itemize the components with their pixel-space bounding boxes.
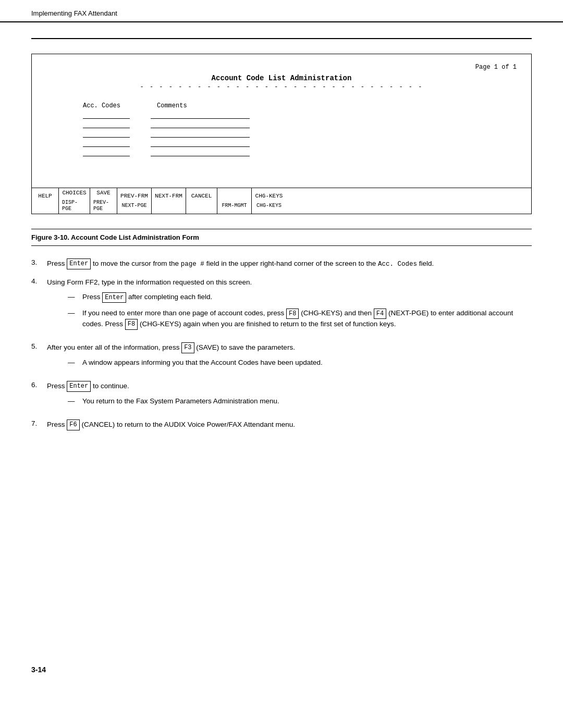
page-hash-code: page #: [181, 261, 204, 268]
step-6: 6. Press Enter to continue. — You return…: [31, 381, 532, 412]
step-7: 7. Press F6 (CANCEL) to return to the AU…: [31, 419, 532, 430]
step-4: 4. Using Form FF2, type in the informati…: [31, 277, 532, 336]
col-comments-label: Comments: [157, 102, 187, 109]
comment-field-2: [151, 123, 250, 128]
fkey-bar: HELP CHOICES DISP-PGE SAVE PREV-PGE PREV…: [32, 188, 531, 214]
acc-codes-fields: [83, 114, 130, 156]
acc-field-1: [83, 114, 130, 119]
comments-fields: [151, 114, 250, 156]
step-5: 5. After you enter all of the informatio…: [31, 342, 532, 374]
fkey-choices-bottom: DISP-PGE: [59, 198, 90, 214]
f4-key-1: F4: [374, 309, 386, 319]
acc-field-5: [83, 151, 130, 156]
acc-codes-code: Acc. Codes: [378, 261, 417, 268]
figure-caption: Figure 3-10. Account Code List Administr…: [31, 229, 532, 246]
enter-key-2: Enter: [102, 292, 126, 303]
bullet-4-1: — Press Enter after completing each fiel…: [68, 292, 532, 303]
fkey-frm-mgmt-label: FRM-MGMT: [218, 201, 250, 211]
acc-field-4: [83, 142, 130, 147]
fkey-save[interactable]: SAVE PREV-PGE: [90, 188, 117, 214]
page-header: Implementing FAX Attendant: [0, 0, 563, 22]
step-3: 3. Press Enter to move the cursor from t…: [31, 258, 532, 269]
screen-page-num: Page 1 of 1: [46, 64, 517, 71]
acc-field-3: [83, 132, 130, 138]
f3-key-1: F3: [181, 342, 194, 353]
screen-title: Account Code List Administration: [46, 74, 517, 82]
comment-field-4: [151, 142, 250, 147]
fkey-frm-mgmt[interactable]: FRM-MGMT: [217, 188, 252, 214]
comment-field-5: [151, 151, 250, 156]
acc-field-2: [83, 123, 130, 128]
col-acc-label: Acc. Codes: [83, 102, 120, 109]
comment-field-3: [151, 132, 250, 138]
comment-field-1: [151, 114, 250, 119]
top-rule: [31, 38, 532, 39]
f6-key-1: F6: [67, 419, 79, 430]
fkey-prev-frm[interactable]: PREV-FRM NEXT-PGE: [117, 188, 152, 214]
fkey-chg-keys-bottom: CHG-KEYS: [253, 201, 285, 211]
header-title: Implementing FAX Attendant: [31, 9, 532, 21]
fkey-save-bottom: PREV-PGE: [90, 198, 117, 214]
fkey-prev-frm-top: PREV-FRM: [117, 191, 151, 201]
bullet-5-1: — A window appears informing you that th…: [68, 357, 532, 368]
fkey-chg-keys[interactable]: CHG-KEYS CHG-KEYS: [252, 188, 286, 214]
fkey-choices-top: CHOICES: [59, 188, 89, 198]
screen-title-underline: - - - - - - - - - - - - - - - - - - - - …: [46, 83, 517, 91]
fkey-chg-keys-top: CHG-KEYS: [252, 191, 286, 201]
fkey-help-top: HELP: [35, 191, 55, 201]
fkey-choices[interactable]: CHOICES DISP-PGE: [59, 188, 90, 214]
fkey-help[interactable]: HELP: [32, 188, 59, 214]
f8-key-2: F8: [125, 319, 138, 330]
fkey-next-frm-top: NEXT-FRM: [152, 191, 186, 201]
bullet-6-1: — You return to the Fax System Parameter…: [68, 396, 532, 407]
enter-key-3: Enter: [67, 381, 91, 392]
bullet-4-2: — If you need to enter more than one pag…: [68, 308, 532, 330]
fkey-next-frm[interactable]: NEXT-FRM: [152, 188, 186, 214]
fkey-cancel[interactable]: CANCEL: [186, 188, 217, 214]
page-footer: 3-14: [31, 665, 46, 674]
screen-box: Page 1 of 1 Account Code List Administra…: [31, 54, 532, 214]
fkey-prev-frm-bottom: NEXT-PGE: [118, 201, 150, 211]
f8-key-1: F8: [286, 309, 299, 319]
fkey-save-top: SAVE: [93, 188, 113, 198]
fkey-cancel-top: CANCEL: [188, 191, 215, 201]
enter-key-1: Enter: [67, 258, 91, 269]
